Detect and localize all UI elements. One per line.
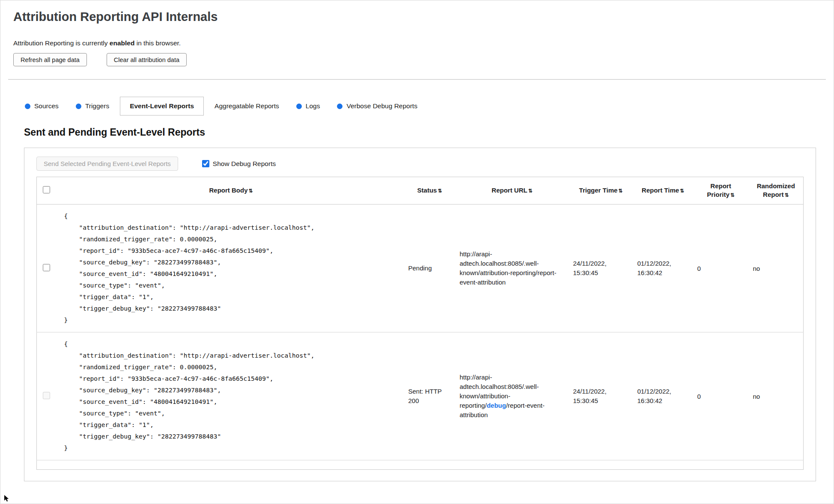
tab-verbose-debug-reports-label: Verbose Debug Reports: [346, 102, 417, 110]
show-debug-reports-label: Show Debug Reports: [213, 160, 276, 168]
clear-all-attribution-data-button[interactable]: Clear all attribution data: [107, 53, 187, 66]
page-content: Attribution Reporting API Internals Attr…: [0, 0, 834, 488]
tab-event-level-reports-label: Event-Level Reports: [130, 102, 194, 110]
sort-icon: ⇅: [784, 192, 789, 198]
report-status: Pending: [404, 205, 456, 332]
refresh-all-page-data-button[interactable]: Refresh all page data: [13, 53, 87, 66]
mouse-cursor: [4, 495, 10, 502]
header-status-label: Status: [417, 187, 437, 194]
sort-icon: ⇅: [730, 192, 735, 198]
sort-icon: ⇅: [618, 188, 623, 194]
status-enabled-text: enabled: [110, 39, 135, 47]
report-priority: 0: [693, 332, 749, 460]
report-body-json: { "attribution_destination": "http://ara…: [64, 210, 400, 326]
tab-logs-label: Logs: [306, 102, 320, 110]
header-trigger-time-label: Trigger Time: [579, 187, 618, 194]
report-body-json: { "attribution_destination": "http://ara…: [64, 338, 400, 454]
show-debug-reports-checkbox[interactable]: [202, 160, 209, 167]
report-body-cell: { "attribution_destination": "http://ara…: [58, 205, 404, 332]
report-status: Sent: HTTP 200: [404, 332, 456, 460]
row-select-cell: [37, 332, 58, 460]
status-line: Attribution Reporting is currently enabl…: [13, 39, 821, 47]
select-all-header-cell: [37, 177, 58, 205]
header-trigger-time[interactable]: Trigger Time⇅: [569, 177, 633, 205]
header-report-body-label: Report Body: [209, 187, 247, 194]
reports-table: Report Body⇅ Status⇅ Report URL⇅ Trigger…: [36, 177, 804, 470]
tab-logs[interactable]: Logs: [290, 97, 327, 116]
randomized-report: no: [749, 332, 804, 460]
row-select-checkbox-disabled[interactable]: [43, 392, 50, 399]
section-title: Sent and Pending Event-Level Reports: [24, 127, 821, 138]
send-selected-reports-button[interactable]: Send Selected Pending Event-Level Report…: [36, 157, 178, 171]
report-url: http://arapi-adtech.localhost:8085/.well…: [456, 205, 569, 332]
header-report-priority[interactable]: Report Priority⇅: [693, 177, 749, 205]
report-url-text: http://arapi-adtech.localhost:8085/.well…: [460, 250, 557, 286]
tab-event-level-reports[interactable]: Event-Level Reports: [120, 97, 204, 116]
trigger-time: 24/11/2022, 15:30:45: [569, 332, 633, 460]
row-select-checkbox[interactable]: [43, 264, 50, 271]
tab-aggregatable-reports-label: Aggregatable Reports: [214, 102, 279, 110]
header-status[interactable]: Status⇅: [404, 177, 456, 205]
trigger-time: 24/11/2022, 15:30:45: [569, 205, 633, 332]
tab-verbose-debug-reports[interactable]: Verbose Debug Reports: [331, 97, 423, 116]
sort-icon: ⇅: [438, 188, 442, 194]
header-report-time[interactable]: Report Time⇅: [633, 177, 693, 205]
status-suffix: in this browser.: [134, 39, 181, 47]
select-all-checkbox[interactable]: [43, 186, 50, 193]
attribution-internals-page: Attribution Reporting API Internals Attr…: [0, 0, 834, 504]
page-toolbar: Refresh all page data Clear all attribut…: [13, 53, 821, 66]
tab-sources-label: Sources: [34, 102, 59, 110]
header-report-url[interactable]: Report URL⇅: [456, 177, 569, 205]
header-report-priority-label: Report Priority: [707, 182, 731, 198]
header-randomized-report-label: Randomized Report: [757, 182, 795, 198]
tab-aggregatable-reports[interactable]: Aggregatable Reports: [208, 97, 286, 116]
sort-icon: ⇅: [528, 188, 533, 194]
sort-icon: ⇅: [248, 188, 253, 194]
tab-triggers[interactable]: Triggers: [69, 97, 116, 116]
logs-new-data-dot-icon: [296, 104, 302, 109]
report-row-pending: { "attribution_destination": "http://ara…: [37, 205, 804, 332]
header-report-body[interactable]: Report Body⇅: [58, 177, 404, 205]
row-select-cell: [37, 205, 58, 332]
report-time: 01/12/2022, 16:30:42: [633, 205, 693, 332]
header-randomized-report[interactable]: Randomized Report⇅: [749, 177, 804, 205]
tab-triggers-label: Triggers: [85, 102, 109, 110]
status-prefix: Attribution Reporting is currently: [13, 39, 110, 47]
tab-bar: Sources Triggers Event-Level Reports Agg…: [18, 97, 821, 116]
header-report-time-label: Report Time: [642, 187, 679, 194]
report-row-sent: { "attribution_destination": "http://ara…: [37, 332, 804, 460]
show-debug-reports-toggle[interactable]: Show Debug Reports: [202, 160, 276, 168]
report-url: http://arapi-adtech.localhost:8085/.well…: [456, 332, 569, 460]
reports-panel: Send Selected Pending Event-Level Report…: [24, 148, 816, 481]
tab-sources[interactable]: Sources: [18, 97, 65, 116]
sources-new-data-dot-icon: [25, 104, 30, 109]
verbose-new-data-dot-icon: [337, 104, 343, 109]
report-time: 01/12/2022, 16:30:42: [633, 332, 693, 460]
triggers-new-data-dot-icon: [76, 104, 81, 109]
sort-icon: ⇅: [680, 188, 684, 194]
report-url-debug-segment: debug: [487, 402, 506, 409]
report-priority: 0: [693, 205, 749, 332]
panel-toolbar: Send Selected Pending Event-Level Report…: [36, 157, 804, 171]
report-body-cell: { "attribution_destination": "http://ara…: [58, 332, 404, 460]
table-footer-strip: [37, 460, 804, 470]
table-header-row: Report Body⇅ Status⇅ Report URL⇅ Trigger…: [37, 177, 804, 205]
page-title: Attribution Reporting API Internals: [13, 10, 821, 24]
divider: [8, 79, 826, 80]
randomized-report: no: [749, 205, 804, 332]
header-report-url-label: Report URL: [491, 187, 527, 194]
